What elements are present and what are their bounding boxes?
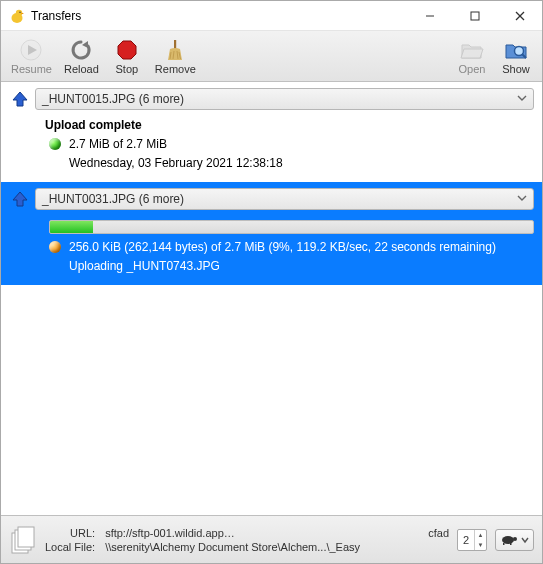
status-bullet-green xyxy=(49,138,61,150)
reload-button[interactable]: Reload xyxy=(58,31,105,81)
transfer-item[interactable]: _HUNT0015.JPG (6 more) Upload complete 2… xyxy=(1,82,542,182)
stop-label: Stop xyxy=(116,63,139,75)
upload-arrow-icon xyxy=(9,190,31,208)
svg-marker-18 xyxy=(13,92,27,106)
remove-button[interactable]: Remove xyxy=(149,31,202,81)
turtle-icon xyxy=(500,533,518,547)
svg-point-24 xyxy=(513,537,517,541)
bandwidth-button[interactable] xyxy=(495,529,534,551)
transfer-filename-dropdown[interactable]: _HUNT0015.JPG (6 more) xyxy=(35,88,534,110)
local-file-label: Local File: xyxy=(45,541,95,553)
svg-point-2 xyxy=(19,11,20,12)
open-label: Open xyxy=(459,63,486,75)
show-button[interactable]: Show xyxy=(494,31,538,81)
status-bullet-orange xyxy=(49,241,61,253)
progress-bar xyxy=(49,220,534,234)
stepper-down-icon[interactable]: ▼ xyxy=(475,540,486,550)
titlebar: Transfers xyxy=(1,1,542,31)
svg-rect-22 xyxy=(18,527,34,547)
maximize-button[interactable] xyxy=(452,1,497,31)
svg-marker-19 xyxy=(13,192,27,206)
broom-icon xyxy=(163,38,187,62)
transfer-timestamp: Wednesday, 03 February 2021 12:38:18 xyxy=(69,154,283,172)
transfer-size: 2.7 MiB of 2.7 MiB xyxy=(69,135,167,153)
svg-point-1 xyxy=(16,9,22,15)
play-icon xyxy=(19,38,43,62)
chevron-down-icon xyxy=(517,92,527,106)
upload-complete-label: Upload complete xyxy=(45,116,534,134)
connections-stepper[interactable]: 2 ▲ ▼ xyxy=(457,529,487,551)
transfer-filename: _HUNT0031.JPG (6 more) xyxy=(42,192,184,206)
svg-rect-11 xyxy=(174,40,176,49)
url-value: sftp://sftp-001.wildid.app… xyxy=(105,527,418,539)
remove-label: Remove xyxy=(155,63,196,75)
url-label: URL: xyxy=(45,527,95,539)
svg-marker-9 xyxy=(82,41,88,48)
open-button[interactable]: Open xyxy=(450,31,494,81)
minimize-button[interactable] xyxy=(407,1,452,31)
stop-button[interactable]: Stop xyxy=(105,31,149,81)
resume-button[interactable]: Resume xyxy=(5,31,58,81)
upload-arrow-icon xyxy=(9,90,31,108)
close-button[interactable] xyxy=(497,1,542,31)
folder-open-icon xyxy=(460,38,484,62)
transfer-filename-dropdown[interactable]: _HUNT0031.JPG (6 more) xyxy=(35,188,534,210)
transfer-uploading-text: Uploading _HUNT0743.JPG xyxy=(69,257,220,275)
stepper-up-icon[interactable]: ▲ xyxy=(475,530,486,540)
svg-point-23 xyxy=(502,536,514,544)
statusbar: URL: sftp://sftp-001.wildid.app… cfad Lo… xyxy=(1,515,542,563)
transfer-filename: _HUNT0015.JPG (6 more) xyxy=(42,92,184,106)
svg-rect-4 xyxy=(471,12,479,20)
svg-rect-25 xyxy=(503,543,505,545)
show-label: Show xyxy=(502,63,530,75)
folder-search-icon xyxy=(504,38,528,62)
chevron-down-icon xyxy=(517,192,527,206)
transfer-item[interactable]: _HUNT0031.JPG (6 more) 256.0 KiB (262,14… xyxy=(1,182,542,285)
reload-label: Reload xyxy=(64,63,99,75)
transfers-list[interactable]: _HUNT0015.JPG (6 more) Upload complete 2… xyxy=(1,82,542,515)
window-controls xyxy=(407,1,542,31)
documents-stack-icon xyxy=(9,525,37,555)
url-tail: cfad xyxy=(428,527,449,539)
reload-icon xyxy=(69,38,93,62)
stop-icon xyxy=(115,38,139,62)
app-icon xyxy=(9,8,25,24)
svg-rect-26 xyxy=(510,543,512,545)
chevron-down-icon xyxy=(521,534,529,546)
window-title: Transfers xyxy=(31,9,81,23)
transfer-progress-text: 256.0 KiB (262,144 bytes) of 2.7 MiB (9%… xyxy=(69,238,496,256)
connections-value: 2 xyxy=(458,530,474,550)
local-file-value: \\serenity\Alchemy Document Store\Alchem… xyxy=(105,541,449,553)
resume-label: Resume xyxy=(11,63,52,75)
svg-marker-10 xyxy=(118,41,136,59)
toolbar: Resume Reload Stop Remove Op xyxy=(1,31,542,82)
